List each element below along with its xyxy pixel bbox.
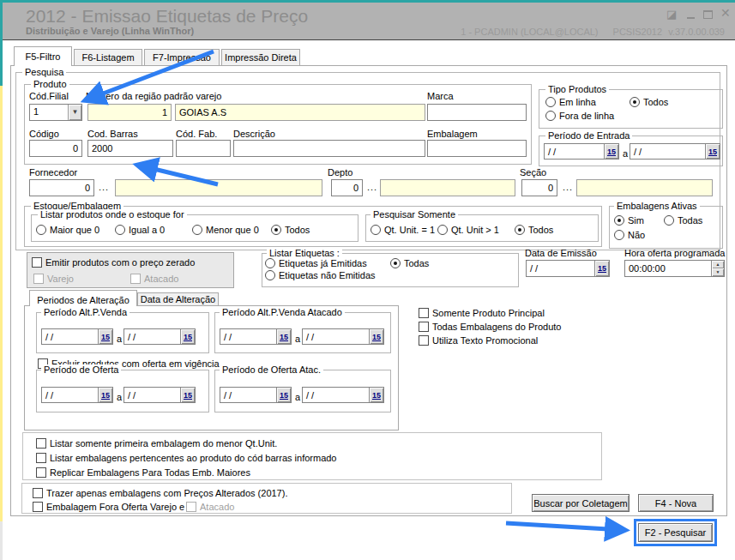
checkbox-fora-oferta-atacado: Atacado [186, 501, 234, 512]
calendar-icon[interactable]: 15 [369, 329, 383, 344]
calendar-icon[interactable]: 15 [369, 388, 383, 402]
cod-filial-select[interactable]: 1 ▾ [29, 104, 82, 121]
hora-oferta-field[interactable]: 00:00:00 ▲▼ [624, 260, 725, 277]
f4-nova-button[interactable]: F4 - Nova [638, 494, 714, 512]
alt-venda-atacado-de-field[interactable]: / / 15 [220, 328, 292, 345]
calendar-icon[interactable]: 15 [98, 329, 112, 344]
fornecedor-lookup-button[interactable]: ... [99, 182, 109, 192]
produto-legend: Produto [31, 79, 69, 89]
secao-codigo-field[interactable] [521, 179, 557, 196]
tab-f7-impressao[interactable]: F7-Impressão [144, 49, 220, 65]
checkbox-fora-oferta-varejo[interactable]: Embalagem Fora Oferta Varejo e [33, 501, 184, 512]
data-emissao-label: Data de Emissão [525, 248, 597, 258]
tab-data-alteracao[interactable]: Data de Alteração [137, 292, 219, 305]
periodo-entrada-ate-field[interactable]: / / 15 [630, 143, 720, 160]
radio-emb-ativas-nao[interactable]: Não [614, 229, 645, 240]
radio-qt-unit-maior-1[interactable]: Qt. Unit > 1 [437, 224, 499, 235]
radio-etiquetas-nao-emitidas[interactable]: Etiquetas não Emitidas [265, 269, 376, 280]
depto-codigo-field[interactable] [331, 179, 363, 196]
checkbox-preco-zerado[interactable]: Emitir produtos com o preço zerado [32, 256, 195, 268]
f2-pesquisar-button[interactable]: F2 - Pesquisar [638, 523, 713, 542]
alt-venda-de-field[interactable]: / / 15 [41, 328, 113, 345]
checkbox-todas-embalagens[interactable]: Todas Embalagens do Produto [419, 321, 561, 332]
session-info: 1 - PCADMIN (LOCAL@LOCAL) PCSIS2012 v.37… [461, 27, 725, 37]
calendar-icon[interactable]: 15 [705, 144, 720, 159]
minimize-icon[interactable] [687, 11, 695, 19]
calendar-icon[interactable]: 15 [276, 329, 291, 344]
oferta-atac-de-field[interactable]: / / 15 [220, 387, 292, 403]
calendar-icon[interactable]: 15 [276, 388, 291, 402]
radio-emb-ativas-sim[interactable]: Sim [614, 214, 644, 226]
oferta-atac-ate-field[interactable]: / / 15 [302, 387, 384, 403]
depto-nome-field[interactable] [380, 179, 515, 196]
radio-estoque-igual[interactable]: Igual a 0 [115, 224, 165, 235]
spin-down-icon[interactable]: ▼ [712, 268, 724, 276]
radio-estoque-maior[interactable]: Maior que 0 [36, 224, 99, 235]
tab-impressao-direta[interactable]: Impressão Direta [221, 49, 300, 65]
close-icon[interactable]: ✕ [720, 8, 731, 19]
resize-icon[interactable]: ◪ [666, 9, 677, 20]
radio-estoque-todos[interactable]: Todos [271, 224, 310, 235]
checkbox-icon [419, 322, 429, 332]
tab-f6-listagem[interactable]: F6-Listagem [74, 49, 142, 65]
radio-icon [390, 258, 401, 268]
periodo-entrada-de-field[interactable]: / / 15 [544, 143, 619, 160]
radio-icon [614, 230, 624, 240]
calendar-icon[interactable]: 15 [604, 144, 618, 159]
alt-venda-atacado-ate-field[interactable]: / / 15 [302, 328, 384, 345]
data-emissao-field[interactable]: / / 15 [526, 260, 610, 277]
f2-pesquisar-highlight: F2 - Pesquisar [634, 519, 717, 546]
regiao-numero-field[interactable] [87, 104, 172, 121]
range-separator: a [117, 392, 122, 402]
app-name: PCSIS2012 [613, 27, 662, 37]
calendar-icon[interactable]: 15 [180, 388, 195, 402]
codigo-field[interactable] [29, 140, 82, 157]
checkbox-trazer-precos-alterados[interactable]: Trazer apenas embalagens com Preços Alte… [33, 487, 287, 498]
radio-tipo-todos[interactable]: Todos [630, 96, 668, 107]
calendar-icon[interactable]: 15 [594, 261, 609, 276]
radio-emb-ativas-todas[interactable]: Todas [664, 214, 702, 226]
fornecedor-codigo-field[interactable] [29, 179, 94, 196]
radio-em-linha[interactable]: Em linha [545, 96, 596, 107]
radio-estoque-menor[interactable]: Menor que 0 [192, 224, 259, 235]
checkbox-listar-pertencentes[interactable]: Listar embalagens pertencentes ao produt… [36, 452, 337, 463]
checkbox-somente-principal[interactable]: Somente Produto Principal [419, 307, 545, 318]
depto-lookup-button[interactable]: ... [367, 182, 377, 192]
marca-field[interactable] [427, 104, 527, 121]
checkbox-texto-promocional[interactable]: Utiliza Texto Promocional [419, 334, 538, 346]
radio-etiquetas-ja-emitidas[interactable]: Etiquetas já Emitidas [265, 257, 367, 268]
cod-barras-label: Cod. Barras [87, 129, 138, 139]
radio-icon [437, 225, 448, 235]
tab-periodos-alteracao[interactable]: Periodos de Alteração [29, 290, 137, 306]
embalagens-ativas-groupbox [609, 206, 723, 249]
calendar-icon[interactable]: 15 [180, 329, 195, 344]
maximize-icon[interactable] [703, 10, 713, 19]
cod-fab-field[interactable] [176, 140, 231, 157]
radio-qt-unit-igual-1[interactable]: Qt. Unit. = 1 [371, 224, 435, 235]
descricao-field[interactable] [233, 140, 425, 157]
embalagem-field[interactable] [427, 140, 527, 157]
radio-etiquetas-todas[interactable]: Todas [390, 257, 429, 268]
spin-up-icon[interactable]: ▲ [712, 261, 724, 268]
cod-barras-field[interactable] [87, 140, 173, 157]
radio-icon [265, 258, 275, 268]
range-separator: a [117, 334, 122, 344]
app-window: 2012 - Emissao Etiquetas de Preço Distri… [0, 0, 735, 560]
checkbox-icon [32, 257, 42, 268]
alt-venda-ate-field[interactable]: / / 15 [124, 328, 196, 345]
tab-f5-filtro[interactable]: F5-Filtro [14, 46, 72, 66]
regiao-nome-field[interactable] [175, 104, 425, 121]
oferta-de-field[interactable]: / / 15 [41, 387, 113, 403]
radio-icon [371, 225, 381, 235]
oferta-ate-field[interactable]: / / 15 [124, 387, 196, 403]
checkbox-replicar-embalagens[interactable]: Replicar Embalagens Para Todas Emb. Maio… [36, 467, 250, 478]
checkbox-listar-primeira-embalagem[interactable]: Listar somente primeira embalagem do men… [36, 437, 277, 449]
buscar-coletagem-button[interactable]: Buscar por Coletagem [532, 494, 630, 512]
radio-pesquisar-todos[interactable]: Todos [515, 224, 553, 235]
secao-lookup-button[interactable]: ... [563, 182, 573, 192]
calendar-icon[interactable]: 15 [98, 388, 112, 402]
fornecedor-nome-field[interactable] [115, 179, 322, 196]
chevron-down-icon[interactable]: ▾ [68, 105, 81, 120]
secao-nome-field[interactable] [576, 179, 713, 196]
radio-fora-de-linha[interactable]: Fora de linha [545, 110, 614, 121]
